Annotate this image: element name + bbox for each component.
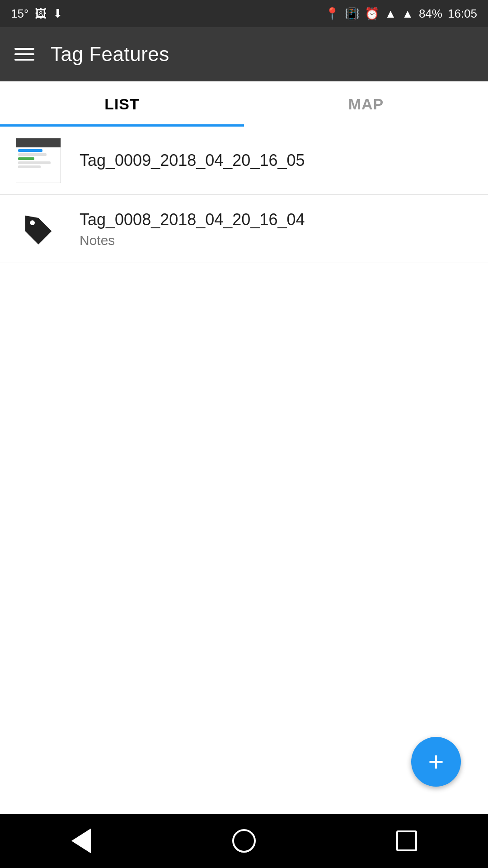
status-bar-left: 15° 🖼 ⬇ [11, 7, 63, 21]
add-tag-fab-button[interactable]: + [411, 737, 461, 787]
status-bar: 15° 🖼 ⬇ 📍 📳 ⏰ ▲ ▲ 84% 16:05 [0, 0, 488, 27]
nav-home-button[interactable] [226, 823, 262, 859]
status-bar-right: 📍 📳 ⏰ ▲ ▲ 84% 16:05 [325, 7, 477, 21]
hamburger-line-2 [14, 53, 34, 55]
nav-bar [0, 814, 488, 868]
thumbnail-image [16, 138, 61, 183]
plus-icon: + [428, 748, 444, 775]
tab-list[interactable]: LIST [0, 81, 244, 127]
item-1-content: Tag_0009_2018_04_20_16_05 [80, 150, 474, 171]
hamburger-menu-button[interactable] [14, 48, 34, 61]
tag-icon [20, 211, 56, 247]
thumbnail-body [16, 147, 61, 183]
hamburger-line-3 [14, 59, 34, 61]
thumbnail-line-5 [18, 165, 41, 168]
item-2-subtitle: Notes [80, 233, 474, 248]
tab-active-indicator [0, 124, 244, 127]
item-2-content: Tag_0008_2018_04_20_16_04 Notes [80, 209, 474, 249]
signal-icon: ▲ [402, 7, 413, 21]
svg-point-0 [30, 220, 35, 225]
download-icon: ⬇ [53, 7, 63, 21]
thumbnail-line-3 [18, 157, 34, 160]
thumbnail-line-1 [18, 149, 42, 152]
content-area: LIST MAP [0, 81, 488, 814]
tab-map-label: MAP [348, 95, 384, 113]
nav-back-button[interactable] [63, 823, 99, 859]
thumbnail-header [16, 138, 61, 147]
time-display: 16:05 [448, 7, 477, 21]
recent-apps-icon [396, 830, 417, 851]
tab-list-label: LIST [104, 95, 140, 113]
item-1-title: Tag_0009_2018_04_20_16_05 [80, 150, 474, 171]
battery-display: 84% [419, 7, 442, 21]
list-container: Tag_0009_2018_04_20_16_05 Tag_0008_2018_… [0, 127, 488, 814]
tab-map[interactable]: MAP [244, 81, 488, 127]
temperature-display: 15° [11, 7, 28, 21]
home-icon [232, 829, 256, 853]
app-bar: Tag Features [0, 27, 488, 81]
gallery-icon: 🖼 [35, 7, 47, 21]
wifi-icon: ▲ [385, 7, 396, 21]
location-icon: 📍 [325, 7, 339, 21]
list-item[interactable]: Tag_0008_2018_04_20_16_04 Notes [0, 195, 488, 263]
item-1-icon [14, 136, 63, 185]
thumbnail-line-2 [18, 153, 47, 156]
item-2-icon [14, 204, 63, 254]
item-2-title: Tag_0008_2018_04_20_16_04 [80, 209, 474, 231]
nav-recent-button[interactable] [389, 823, 425, 859]
hamburger-line-1 [14, 48, 34, 50]
vibrate-icon: 📳 [345, 7, 359, 21]
thumbnail-line-4 [18, 161, 51, 164]
tabs-container: LIST MAP [0, 81, 488, 127]
app-title: Tag Features [51, 43, 169, 66]
back-icon [71, 828, 91, 854]
alarm-icon: ⏰ [365, 7, 379, 21]
list-item[interactable]: Tag_0009_2018_04_20_16_05 [0, 127, 488, 195]
